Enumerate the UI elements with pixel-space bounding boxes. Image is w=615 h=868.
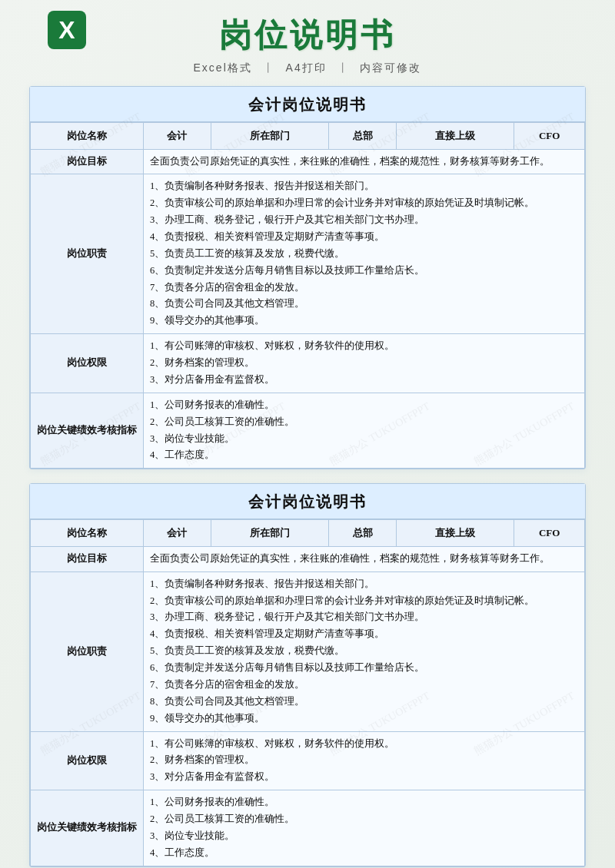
list-item: 2、财务档案的管理权。 <box>150 355 578 372</box>
doc1-table: 岗位名称 会计 所在部门 总部 直接上级 CFO 岗位目标 全面负责公司原始凭证… <box>30 122 585 469</box>
subtitle-sep1: 丨 <box>263 61 275 74</box>
doc2-row-duties: 岗位职责 1、负责编制各种财务报表、报告并报送相关部门。 2、负责审核公司的原始… <box>31 571 585 731</box>
subtitle-part2: A4打印 <box>286 61 327 74</box>
page-header: X 岗位说明书 <box>0 0 615 61</box>
doc1-position-label: 岗位名称 <box>31 123 144 150</box>
doc2-dept-label: 所在部门 <box>211 520 328 547</box>
page-title: 岗位说明书 <box>219 14 396 57</box>
subtitle-sep2: 丨 <box>337 61 350 74</box>
list-item: 1、有公司账簿的审核权、对账权，财务软件的使用权。 <box>150 338 578 355</box>
doc2-row-kpi: 岗位关键绩效考核指标 1、公司财务报表的准确性。 2、公司员工核算工资的准确性。… <box>31 790 585 866</box>
list-item: 4、工作态度。 <box>150 845 578 862</box>
doc2-goal-content: 全面负责公司原始凭证的真实性，来往账的准确性，档案的规范性，财务核算等财务工作。 <box>144 547 585 571</box>
list-item: 2、负责审核公司的原始单据和办理日常的会计业务并对审核的原始凭证及时填制记帐。 <box>150 593 578 610</box>
doc2-authority-content: 1、有公司账簿的审核权、对账权，财务软件的使用权。 2、财务档案的管理权。 3、… <box>144 731 585 790</box>
doc1-authority-list: 1、有公司账簿的审核权、对账权，财务软件的使用权。 2、财务档案的管理权。 3、… <box>150 338 578 389</box>
doc2-duties-label: 岗位职责 <box>31 571 144 731</box>
doc1-row-duties: 岗位职责 1、负责编制各种财务报表、报告并报送相关部门。 2、负责审核公司的原始… <box>31 174 585 334</box>
doc1-header-row: 岗位名称 会计 所在部门 总部 直接上级 CFO <box>31 123 585 150</box>
doc2-goal-label: 岗位目标 <box>31 547 144 571</box>
list-item: 1、公司财务报表的准确性。 <box>150 397 578 414</box>
list-item: 9、领导交办的其他事项。 <box>150 711 578 727</box>
doc1-dept-label: 所在部门 <box>211 123 328 150</box>
doc1-duties-content: 1、负责编制各种财务报表、报告并报送相关部门。 2、负责审核公司的原始单据和办理… <box>144 174 585 334</box>
list-item: 7、负责各分店的宿舍租金的发放。 <box>150 280 578 297</box>
list-item: 5、负责员工工资的核算及发放，税费代缴。 <box>150 643 578 660</box>
doc1-goal-content: 全面负责公司原始凭证的真实性，来往账的准确性，档案的规范性，财务核算等财务工作。 <box>144 150 585 174</box>
doc2-row-goal: 岗位目标 全面负责公司原始凭证的真实性，来往账的准确性，档案的规范性，财务核算等… <box>31 547 585 571</box>
list-item: 3、对分店备用金有监督权。 <box>150 372 578 389</box>
doc2-superior-value: CFO <box>514 520 585 547</box>
doc1-superior-label: 直接上级 <box>397 123 514 150</box>
page-background: 熊猫办公 TUKUOFFPPT 熊猫办公 TUKUOFFPPT 熊猫办公 TUK… <box>0 0 615 868</box>
doc1-row-authority: 岗位权限 1、有公司账簿的审核权、对账权，财务软件的使用权。 2、财务档案的管理… <box>31 334 585 393</box>
list-item: 3、办理工商、税务登记，银行开户及其它相关部门文书办理。 <box>150 212 578 229</box>
list-item: 1、公司财务报表的准确性。 <box>150 794 578 811</box>
doc2-authority-label: 岗位权限 <box>31 731 144 790</box>
subtitle-part3: 内容可修改 <box>360 61 421 74</box>
list-item: 2、财务档案的管理权。 <box>150 752 578 769</box>
list-item: 4、负责报税、相关资料管理及定期财产清查等事项。 <box>150 229 578 246</box>
doc1-kpi-list: 1、公司财务报表的准确性。 2、公司员工核算工资的准确性。 3、岗位专业技能。 … <box>150 397 578 465</box>
doc2-superior-label: 直接上级 <box>397 520 514 547</box>
list-item: 4、负责报税、相关资料管理及定期财产清查等事项。 <box>150 626 578 643</box>
doc2-duties-list: 1、负责编制各种财务报表、报告并报送相关部门。 2、负责审核公司的原始单据和办理… <box>150 576 578 727</box>
list-item: 5、负责员工工资的核算及发放，税费代缴。 <box>150 246 578 263</box>
doc1-authority-content: 1、有公司账簿的审核权、对账权，财务软件的使用权。 2、财务档案的管理权。 3、… <box>144 334 585 393</box>
doc1-position-value: 会计 <box>144 123 211 150</box>
subtitle-part1: Excel格式 <box>194 61 252 74</box>
list-item: 1、负责编制各种财务报表、报告并报送相关部门。 <box>150 178 578 195</box>
doc2-duties-content: 1、负责编制各种财务报表、报告并报送相关部门。 2、负责审核公司的原始单据和办理… <box>144 571 585 731</box>
document-card-1: 会计岗位说明书 岗位名称 会计 所在部门 总部 直接上级 CFO 岗位目标 全面… <box>29 86 586 469</box>
doc2-kpi-content: 1、公司财务报表的准确性。 2、公司员工核算工资的准确性。 3、岗位专业技能。 … <box>144 790 585 866</box>
list-item: 2、公司员工核算工资的准确性。 <box>150 811 578 828</box>
list-item: 3、岗位专业技能。 <box>150 431 578 448</box>
doc1-authority-label: 岗位权限 <box>31 334 144 393</box>
doc2-position-value: 会计 <box>144 520 211 547</box>
doc2-kpi-label: 岗位关键绩效考核指标 <box>31 790 144 866</box>
doc1-goal-label: 岗位目标 <box>31 150 144 174</box>
list-item: 3、岗位专业技能。 <box>150 828 578 845</box>
document-card-2: 会计岗位说明书 岗位名称 会计 所在部门 总部 直接上级 CFO 岗位目标 全面… <box>29 483 586 866</box>
doc2-table: 岗位名称 会计 所在部门 总部 直接上级 CFO 岗位目标 全面负责公司原始凭证… <box>30 519 585 866</box>
list-item: 8、负责公司合同及其他文档管理。 <box>150 694 578 711</box>
doc1-kpi-label: 岗位关键绩效考核指标 <box>31 393 144 469</box>
doc1-kpi-content: 1、公司财务报表的准确性。 2、公司员工核算工资的准确性。 3、岗位专业技能。 … <box>144 393 585 469</box>
doc1-duties-list: 1、负责编制各种财务报表、报告并报送相关部门。 2、负责审核公司的原始单据和办理… <box>150 178 578 330</box>
doc1-row-goal: 岗位目标 全面负责公司原始凭证的真实性，来往账的准确性，档案的规范性，财务核算等… <box>31 150 585 174</box>
doc2-title: 会计岗位说明书 <box>30 484 585 519</box>
list-item: 3、对分店备用金有监督权。 <box>150 769 578 786</box>
list-item: 4、工作态度。 <box>150 447 578 464</box>
doc1-dept-value: 总部 <box>329 123 397 150</box>
doc2-kpi-list: 1、公司财务报表的准确性。 2、公司员工核算工资的准确性。 3、岗位专业技能。 … <box>150 794 578 862</box>
list-item: 7、负责各分店的宿舍租金的发放。 <box>150 677 578 694</box>
doc2-row-authority: 岗位权限 1、有公司账簿的审核权、对账权，财务软件的使用权。 2、财务档案的管理… <box>31 731 585 790</box>
list-item: 1、有公司账簿的审核权、对账权，财务软件的使用权。 <box>150 736 578 753</box>
list-item: 8、负责公司合同及其他文档管理。 <box>150 296 578 313</box>
list-item: 2、公司员工核算工资的准确性。 <box>150 414 578 431</box>
list-item: 3、办理工商、税务登记，银行开户及其它相关部门文书办理。 <box>150 609 578 626</box>
list-item: 6、负责制定并发送分店每月销售目标以及技师工作量给店长。 <box>150 660 578 677</box>
doc2-header-row: 岗位名称 会计 所在部门 总部 直接上级 CFO <box>31 520 585 547</box>
doc1-title: 会计岗位说明书 <box>30 87 585 122</box>
list-item: 1、负责编制各种财务报表、报告并报送相关部门。 <box>150 576 578 593</box>
doc2-dept-value: 总部 <box>329 520 397 547</box>
doc1-row-kpi: 岗位关键绩效考核指标 1、公司财务报表的准确性。 2、公司员工核算工资的准确性。… <box>31 393 585 469</box>
excel-logo: X <box>46 9 88 51</box>
doc1-superior-value: CFO <box>514 123 585 150</box>
doc2-authority-list: 1、有公司账簿的审核权、对账权，财务软件的使用权。 2、财务档案的管理权。 3、… <box>150 736 578 787</box>
doc2-position-label: 岗位名称 <box>31 520 144 547</box>
page-subtitle: Excel格式 丨 A4打印 丨 内容可修改 <box>0 61 615 75</box>
doc1-duties-label: 岗位职责 <box>31 174 144 334</box>
svg-text:X: X <box>58 16 75 44</box>
list-item: 9、领导交办的其他事项。 <box>150 313 578 330</box>
list-item: 6、负责制定并发送分店每月销售目标以及技师工作量给店长。 <box>150 263 578 280</box>
list-item: 2、负责审核公司的原始单据和办理日常的会计业务并对审核的原始凭证及时填制记帐。 <box>150 195 578 212</box>
